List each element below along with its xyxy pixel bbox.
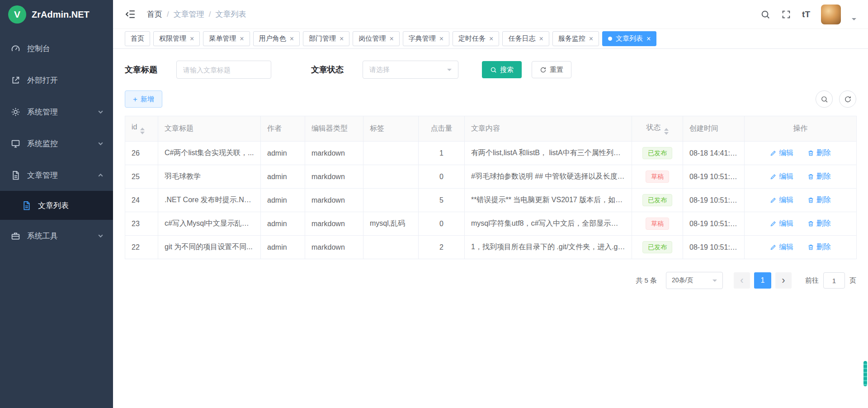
goto-page: 前往 页: [805, 272, 856, 289]
sidebar-item-system-admin[interactable]: 系统管理: [0, 96, 113, 128]
search-button[interactable]: 搜索: [482, 61, 522, 78]
cell-author: admin: [261, 236, 305, 259]
fullscreen-icon[interactable]: [781, 9, 791, 19]
delete-link[interactable]: 删除: [807, 219, 831, 228]
cell-id: 24: [125, 189, 158, 212]
page-size-select[interactable]: 20条/页: [666, 272, 723, 289]
select-placeholder: 请选择: [369, 66, 390, 74]
cell-hits: 0: [419, 212, 465, 236]
sidebar-item-article-admin[interactable]: 文章管理: [0, 159, 113, 191]
sidebar-item-label: 系统工具: [27, 231, 90, 241]
close-icon[interactable]: ×: [290, 35, 294, 43]
sidebar-item-external[interactable]: 外部打开: [0, 64, 113, 96]
column-header-hits: 点击量: [419, 116, 465, 142]
sidebar-item-label: 系统管理: [27, 107, 90, 117]
toggle-search-button[interactable]: [816, 90, 833, 108]
tab-menu[interactable]: 菜单管理×: [203, 31, 250, 46]
next-page-button[interactable]: ›: [775, 272, 792, 289]
edit-link[interactable]: 编辑: [770, 148, 793, 158]
cell-id: 26: [125, 142, 158, 165]
tab-department[interactable]: 部门管理×: [303, 31, 349, 46]
sidebar-item-dashboard[interactable]: 控制台: [0, 33, 113, 64]
close-icon[interactable]: ×: [340, 35, 344, 43]
close-icon[interactable]: ×: [389, 35, 393, 43]
delete-link[interactable]: 删除: [807, 148, 831, 158]
edit-link[interactable]: 编辑: [770, 172, 793, 181]
page-1-button[interactable]: 1: [754, 272, 771, 289]
breadcrumb-home[interactable]: 首页: [147, 9, 162, 19]
prev-page-button[interactable]: ‹: [734, 272, 750, 289]
delete-link[interactable]: 删除: [807, 195, 831, 205]
search-icon[interactable]: [760, 9, 770, 19]
edit-link[interactable]: 编辑: [770, 219, 793, 228]
delete-link[interactable]: 删除: [807, 172, 831, 181]
cell-created: 08-19 10:51:22: [683, 236, 745, 259]
chevron-down-icon: [97, 140, 104, 147]
search-button-label: 搜索: [500, 66, 514, 74]
close-icon[interactable]: ×: [539, 35, 543, 43]
breadcrumb-separator: /: [209, 10, 211, 19]
header-actions: tT: [760, 5, 856, 24]
chevron-down-icon: [447, 69, 452, 73]
chevron-down-icon[interactable]: [852, 18, 856, 23]
close-icon[interactable]: ×: [190, 35, 194, 43]
avatar[interactable]: [821, 5, 841, 24]
tab-user-role[interactable]: 用户角色×: [253, 31, 300, 46]
top-header: 首页 / 文章管理 / 文章列表 tT: [113, 0, 868, 29]
tab-permission[interactable]: 权限管理×: [153, 31, 200, 46]
logo[interactable]: V ZrAdmin.NET: [0, 0, 113, 29]
add-button[interactable]: + 新增: [125, 90, 162, 108]
cell-tags: [363, 236, 419, 259]
column-header-status[interactable]: 状态: [632, 116, 683, 142]
sidebar-item-article-list[interactable]: 文章列表: [0, 191, 113, 220]
cell-editor: markdown: [305, 189, 363, 212]
tab-scheduled-task[interactable]: 定时任务×: [453, 31, 499, 46]
page-size-value: 20条/页: [672, 276, 693, 285]
sort-icons[interactable]: [664, 128, 669, 135]
scrollbar-thumb[interactable]: [863, 361, 867, 386]
cell-author: admin: [261, 142, 305, 165]
sidebar-item-system-monitor[interactable]: 系统监控: [0, 128, 113, 159]
refresh-button[interactable]: [839, 90, 856, 108]
close-icon[interactable]: ×: [489, 35, 493, 43]
edit-label: 编辑: [779, 242, 793, 252]
tab-dict[interactable]: 字典管理×: [403, 31, 449, 46]
column-label: 作者: [267, 124, 282, 132]
edit-link[interactable]: 编辑: [770, 242, 793, 252]
close-icon[interactable]: ×: [589, 35, 593, 43]
column-header-id[interactable]: id: [125, 116, 158, 142]
cell-author: admin: [261, 212, 305, 236]
sort-icons[interactable]: [140, 128, 145, 134]
cell-content: **错误提示** 当电脑更新 VS2017 版本后，如果...: [465, 189, 632, 212]
tab-label: 字典管理: [409, 34, 436, 43]
active-tab-dot: [608, 37, 612, 41]
goto-page-input[interactable]: [823, 272, 845, 289]
article-status-select[interactable]: 请选择: [363, 61, 458, 79]
add-button-label: 新增: [141, 95, 154, 104]
delete-link[interactable]: 删除: [807, 242, 831, 252]
column-label: 创建时间: [689, 124, 718, 132]
close-icon[interactable]: ×: [439, 35, 443, 43]
sidebar-item-system-tools[interactable]: 系统工具: [0, 220, 113, 251]
tab-post[interactable]: 岗位管理×: [353, 31, 399, 46]
article-title-label: 文章标题: [125, 64, 157, 75]
close-icon[interactable]: ×: [646, 35, 651, 43]
table-row: 24 .NET Core 发布时提示.NET... admin markdown…: [125, 189, 857, 212]
tab-service-monitor[interactable]: 服务监控×: [552, 31, 599, 46]
breadcrumb-article-admin[interactable]: 文章管理: [174, 9, 204, 19]
chevron-down-icon: [97, 109, 104, 115]
collapse-sidebar-icon[interactable]: [125, 9, 136, 20]
reset-button[interactable]: 重置: [532, 61, 571, 78]
close-icon[interactable]: ×: [240, 35, 244, 43]
tab-article-list[interactable]: 文章列表×: [602, 31, 656, 46]
font-size-icon[interactable]: tT: [802, 9, 810, 19]
pencil-icon: [770, 244, 777, 251]
tab-task-log[interactable]: 任务日志×: [502, 31, 549, 46]
table-row: 23 c#写入Mysql中文显示乱码 ... admin markdown my…: [125, 212, 857, 236]
edit-link[interactable]: 编辑: [770, 195, 793, 205]
tab-home[interactable]: 首页: [125, 31, 150, 46]
tab-label: 用户角色: [259, 34, 286, 43]
article-title-input[interactable]: [176, 61, 271, 79]
cell-tags: mysql,乱码: [363, 212, 419, 236]
delete-label: 删除: [816, 172, 831, 181]
